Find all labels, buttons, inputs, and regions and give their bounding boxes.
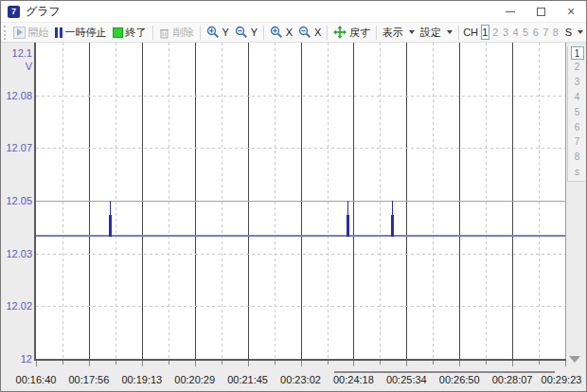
- x-tick-label: 00:25:34: [382, 374, 431, 385]
- zoom-out-x-button[interactable]: X: [295, 23, 324, 42]
- stop-button-label: 終了: [126, 26, 147, 40]
- gridline-horizontal-solid: [36, 201, 565, 202]
- side-channel-5[interactable]: 5: [570, 104, 585, 119]
- x-tick-mark: [116, 361, 116, 365]
- maximize-button[interactable]: [525, 1, 556, 22]
- side-channel-1[interactable]: 1: [571, 46, 584, 60]
- start-button[interactable]: 開始: [10, 23, 52, 42]
- zoom-in-x-button[interactable]: X: [267, 23, 295, 42]
- series-spike: [109, 215, 112, 237]
- x-tick-mark: [539, 361, 540, 365]
- x-tick-mark: [433, 361, 434, 365]
- app-window: 7 グラフ × 開始 一時停止 終了: [0, 0, 587, 392]
- zoom-in-icon: [270, 26, 283, 39]
- pause-button[interactable]: 一時停止: [52, 23, 110, 42]
- s-menu-button[interactable]: S: [562, 23, 586, 42]
- channel-button-2[interactable]: 2: [492, 25, 500, 40]
- side-channel-3[interactable]: 3: [570, 75, 585, 90]
- delete-button-label: 削除: [173, 26, 194, 40]
- zoom-in-y-button[interactable]: Y: [204, 23, 232, 42]
- y-tick-label: 12: [1, 353, 32, 365]
- y-tick-label: 12.05: [1, 195, 32, 206]
- app-icon: 7: [8, 6, 20, 18]
- x-tick-label: 00:17:56: [64, 374, 114, 385]
- display-menu-label: 表示: [382, 26, 403, 40]
- zoom-out-y-label: Y: [251, 27, 258, 38]
- settings-menu-button[interactable]: 設定: [418, 23, 455, 42]
- toolbar-separator: [200, 26, 201, 40]
- side-channel-2[interactable]: 2: [570, 60, 585, 75]
- y-tick-label: 12.07: [1, 142, 32, 153]
- chevron-down-icon: [409, 30, 415, 34]
- zoom-out-icon: [298, 26, 311, 39]
- channel-button-5[interactable]: 5: [522, 25, 529, 40]
- stop-button[interactable]: 終了: [110, 23, 150, 42]
- toolbar-grip-icon: [4, 26, 7, 40]
- x-axis-line: [34, 359, 566, 361]
- x-tick-mark: [195, 361, 196, 366]
- minimize-icon: [506, 11, 515, 12]
- x-tick-mark: [328, 361, 329, 365]
- gridline-horizontal: [36, 96, 565, 97]
- x-tick-label: 00:28:07: [488, 374, 537, 385]
- channel-button-8[interactable]: 8: [552, 25, 560, 40]
- scroll-down-icon[interactable]: [569, 356, 580, 363]
- y-tick-label: 12.08: [1, 90, 32, 101]
- delete-button[interactable]: 削除: [155, 23, 197, 42]
- display-menu-button[interactable]: 表示: [380, 23, 418, 42]
- close-button[interactable]: ×: [556, 1, 586, 22]
- x-tick-label: 00:19:13: [117, 374, 167, 385]
- gridline-horizontal: [36, 306, 565, 307]
- zoom-in-icon: [206, 26, 220, 39]
- channel-button-7[interactable]: 7: [542, 25, 549, 40]
- y-tick-label: 12.02: [1, 300, 32, 312]
- x-tick-mark: [62, 361, 63, 365]
- side-channel-8[interactable]: 8: [570, 150, 585, 165]
- side-channel-6[interactable]: 6: [570, 119, 585, 134]
- y-axis: 12.112.0812.0712.0512.0312.0212V: [1, 43, 35, 392]
- y-tick-label: 12.1: [1, 47, 32, 59]
- side-channel-s[interactable]: s: [570, 165, 585, 180]
- reset-view-button[interactable]: 戻す: [330, 23, 373, 42]
- x-tick-mark: [512, 361, 513, 366]
- x-tick-label: 00:29:23: [537, 374, 586, 385]
- start-button-label: 開始: [28, 26, 49, 40]
- side-channel-7[interactable]: 7: [570, 134, 585, 150]
- zoom-out-y-button[interactable]: Y: [232, 23, 260, 42]
- toolbar-separator: [458, 26, 459, 40]
- x-tick-mark: [353, 361, 354, 366]
- maximize-icon: [537, 8, 545, 16]
- play-icon: [13, 27, 26, 39]
- x-tick-mark: [142, 361, 143, 366]
- window-controls: ×: [495, 1, 586, 22]
- channel-button-1[interactable]: 1: [481, 25, 489, 40]
- channel-group-label: CH: [463, 27, 478, 38]
- x-tick-mark: [275, 361, 276, 365]
- toolbar: 開始 一時停止 終了 削除: [1, 22, 586, 43]
- x-tick-label: 00:21:45: [223, 374, 273, 385]
- window-title: グラフ: [26, 4, 61, 20]
- x-tick-mark: [169, 361, 169, 365]
- chevron-down-icon: [578, 30, 583, 34]
- channel-button-3[interactable]: 3: [502, 25, 509, 40]
- toolbar-separator: [152, 26, 153, 40]
- channel-button-4[interactable]: 4: [512, 25, 520, 40]
- x-tick-mark: [36, 361, 37, 366]
- x-tick-mark: [248, 361, 249, 366]
- x-tick-label: 00:24:18: [329, 374, 378, 385]
- horizontal-scrollbar-thumb[interactable]: [334, 371, 555, 373]
- minimize-button[interactable]: [495, 1, 525, 22]
- plot-right-border: [565, 43, 566, 359]
- x-tick-mark: [301, 361, 302, 366]
- channel-button-6[interactable]: 6: [532, 25, 540, 40]
- zoom-in-x-label: X: [286, 27, 293, 38]
- zoom-out-x-label: X: [314, 27, 321, 38]
- series-spike: [391, 215, 394, 237]
- side-channel-4[interactable]: 4: [570, 90, 585, 105]
- toolbar-separator: [376, 26, 377, 40]
- trash-icon: [158, 27, 170, 39]
- chevron-down-icon: [447, 30, 453, 34]
- x-tick-mark: [89, 361, 90, 366]
- plot-area[interactable]: [36, 43, 565, 359]
- titlebar: 7 グラフ ×: [1, 1, 586, 22]
